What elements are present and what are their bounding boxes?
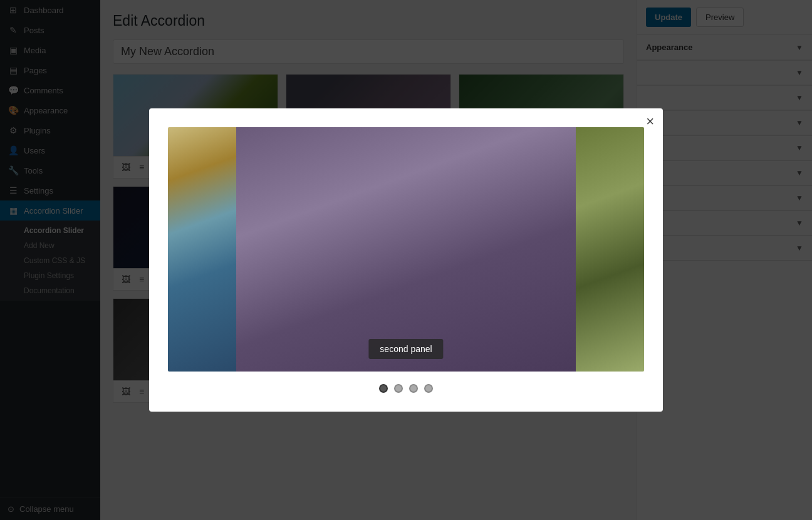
accordion-panel-3[interactable]: [576, 127, 644, 372]
accordion-panel-2-bg: [236, 127, 576, 372]
accordion-panel-1-bg: [168, 127, 236, 372]
accordion-panel-1[interactable]: [168, 127, 236, 372]
modal-box: × second panel: [149, 108, 663, 412]
modal-close-button[interactable]: ×: [646, 115, 654, 128]
accordion-panel-3-bg: [576, 127, 644, 372]
modal-dots: [168, 384, 644, 393]
dot-2[interactable]: [394, 384, 403, 393]
dot-3[interactable]: [409, 384, 418, 393]
dot-1[interactable]: [379, 384, 388, 393]
panel-2-label: second panel: [368, 339, 443, 359]
modal-overlay[interactable]: × second panel: [0, 0, 812, 520]
accordion-panel-2[interactable]: second panel: [236, 127, 576, 372]
accordion-slider-preview: second panel: [168, 127, 644, 372]
dot-4[interactable]: [424, 384, 433, 393]
